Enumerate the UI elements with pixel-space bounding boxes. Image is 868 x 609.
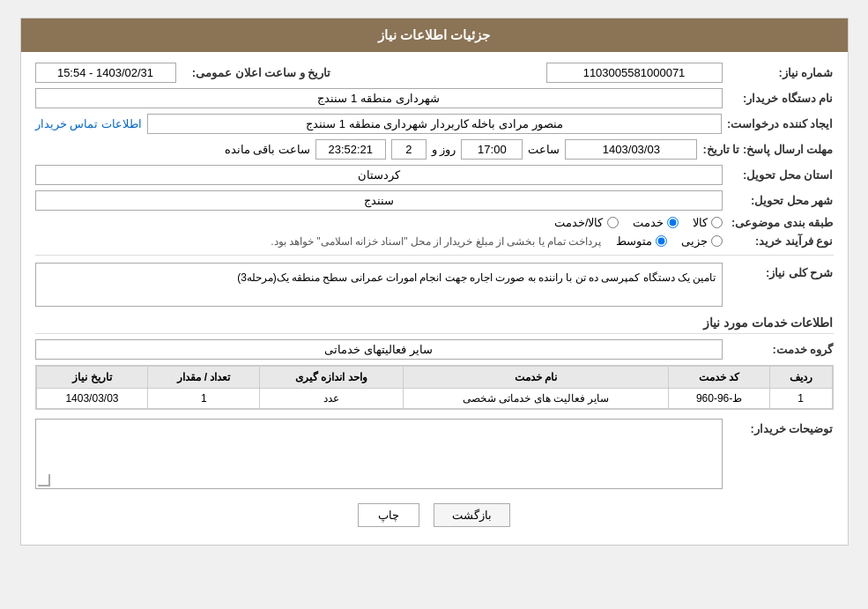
value-mohlatRooz: 2 xyxy=(391,139,427,160)
value-mohlatSaatMande: 23:52:21 xyxy=(315,139,386,160)
value-mohlatDate: 1403/03/03 xyxy=(565,139,697,160)
purchase-type-group: جزیی متوسط پرداخت تمام یا بخشی از مبلغ خ… xyxy=(271,234,722,248)
col-kodKhadamat: کد خدمت xyxy=(669,367,769,389)
radio-khedmat-input[interactable] xyxy=(667,217,679,228)
value-mohlatSaat: 17:00 xyxy=(461,139,523,160)
row-tosifikh: توضیحات خریدار: xyxy=(35,419,834,489)
radio-jozii-input[interactable] xyxy=(711,235,723,247)
label-mohlatRooz: روز و xyxy=(432,143,456,156)
label-mohlatErsal: مهلت ارسال پاسخ: تا تاریخ: xyxy=(702,143,833,156)
col-tarikh: تاریخ نیاز xyxy=(36,367,148,389)
section-khadamat: اطلاعات خدمات مورد نیاز xyxy=(35,316,834,334)
row-shomareNiaz: شماره نیاز: 1103005581000071 تاریخ و ساع… xyxy=(35,63,834,83)
divider-1 xyxy=(35,255,834,256)
label-ostanTahvil: استان محل تحویل: xyxy=(728,168,834,182)
value-ijadKonande: منصور مرادی باخله کاربردار شهرداری منطقه… xyxy=(147,114,722,134)
label-tarikh: تاریخ و ساعت اعلان عمومی: xyxy=(182,66,331,79)
button-row: بازگشت چاپ xyxy=(35,503,834,527)
value-tarikh: 1403/02/31 - 15:54 xyxy=(35,63,176,83)
purchase-desc: پرداخت تمام یا بخشی از مبلغ خریدار از مح… xyxy=(271,235,601,248)
radio-kala: کالا xyxy=(693,216,723,229)
col-radif: ردیف xyxy=(769,367,832,389)
row-ostanTahvil: استان محل تحویل: کردستان xyxy=(35,165,834,185)
label-ijadKonande: ایجاد کننده درخواست: xyxy=(727,117,834,130)
main-container: جزئیات اطلاعات نیاز شماره نیاز: 11030055… xyxy=(20,18,849,546)
radio-mottavasset: متوسط xyxy=(616,234,667,248)
radio-kalaKhedmat: کالا/خدمت xyxy=(554,216,619,229)
label-sharhNiaz: شرح کلی نیاز: xyxy=(728,263,834,279)
row-ijadKonande: ایجاد کننده درخواست: منصور مرادی باخله ک… xyxy=(35,114,834,134)
label-mohlatSaatMande: ساعت باقی مانده xyxy=(225,143,310,156)
row-mohlatErsal: مهلت ارسال پاسخ: تا تاریخ: 1403/03/03 سا… xyxy=(35,139,834,160)
radio-kalaKhedmat-label: کالا/خدمت xyxy=(554,216,604,229)
row-groheKhadamat: گروه خدمت: سایر فعالیتهای خدماتی xyxy=(35,339,834,360)
services-table-container: ردیف کد خدمت نام خدمت واحد اندازه گیری ت… xyxy=(35,365,834,410)
label-shomareNiaz: شماره نیاز: xyxy=(728,66,834,79)
radio-mottavasset-input[interactable] xyxy=(656,235,667,247)
print-button[interactable]: چاپ xyxy=(358,503,419,527)
radio-tabaqe: کالا خدمت کالا/خدمت xyxy=(554,216,723,229)
row-tabaqeBandi: طبقه بندی موضوعی: کالا خدمت کالا/خدمت xyxy=(35,216,834,229)
col-tedad: تعداد / مقدار xyxy=(148,367,260,389)
row-noeFarayand: نوع فرآیند خرید: جزیی متوسط پرداخت تمام … xyxy=(35,234,834,248)
radio-jozii-label: جزیی xyxy=(681,234,708,248)
radio-kalaKhedmat-input[interactable] xyxy=(607,217,619,228)
row-shahrTahvil: شهر محل تحویل: سنندج xyxy=(35,190,834,211)
label-tosifikh: توضیحات خریدار: xyxy=(728,419,834,435)
value-tosifikh xyxy=(35,419,723,489)
services-table: ردیف کد خدمت نام خدمت واحد اندازه گیری ت… xyxy=(36,366,833,409)
value-groheKhadamat: سایر فعالیتهای خدماتی xyxy=(35,339,723,360)
row-namDastgah: نام دستگاه خریدار: شهرداری منطقه 1 سنندج xyxy=(35,88,834,108)
page-header: جزئیات اطلاعات نیاز xyxy=(21,19,848,52)
row-sharhNiaz: شرح کلی نیاز: تامین یک دستگاه کمپرسی ده … xyxy=(35,263,834,307)
page-title: جزئیات اطلاعات نیاز xyxy=(378,27,490,42)
value-shomareNiaz: 1103005581000071 xyxy=(546,63,723,83)
label-shahrTahvil: شهر محل تحویل: xyxy=(728,194,834,207)
label-tabaqeBandi: طبقه بندی موضوعی: xyxy=(728,216,834,229)
radio-khedmat-label: خدمت xyxy=(633,216,664,229)
radio-mottavasset-label: متوسط xyxy=(616,234,652,248)
radio-jozii: جزیی xyxy=(681,234,723,248)
col-vahed: واحد اندازه گیری xyxy=(260,367,403,389)
content-area: شماره نیاز: 1103005581000071 تاریخ و ساع… xyxy=(21,52,848,545)
label-namDastgah: نام دستگاه خریدار: xyxy=(728,92,834,105)
value-namDastgah: شهرداری منطقه 1 سنندج xyxy=(35,88,723,108)
value-shahrTahvil: سنندج xyxy=(35,190,723,211)
label-mohlatSaat: ساعت xyxy=(528,143,560,156)
label-groheKhadamat: گروه خدمت: xyxy=(728,343,834,356)
back-button[interactable]: بازگشت xyxy=(434,503,510,527)
radio-khedmat: خدمت xyxy=(633,216,679,229)
label-noeFarayand: نوع فرآیند خرید: xyxy=(728,234,834,248)
value-sharhNiaz: تامین یک دستگاه کمپرسی ده تن با راننده ب… xyxy=(35,263,723,307)
radio-kala-input[interactable] xyxy=(711,217,723,228)
table-header-row: ردیف کد خدمت نام خدمت واحد اندازه گیری ت… xyxy=(36,367,832,389)
col-namKhadamat: نام خدمت xyxy=(403,367,669,389)
radio-kala-label: کالا xyxy=(693,216,708,229)
link-ettelaatTamas[interactable]: اطلاعات تماس خریدار xyxy=(35,117,142,130)
value-ostanTahvil: کردستان xyxy=(35,165,723,185)
table-row: 1ط-96-960سایر فعالیت های خدماتی شخصیعدد1… xyxy=(36,389,832,409)
